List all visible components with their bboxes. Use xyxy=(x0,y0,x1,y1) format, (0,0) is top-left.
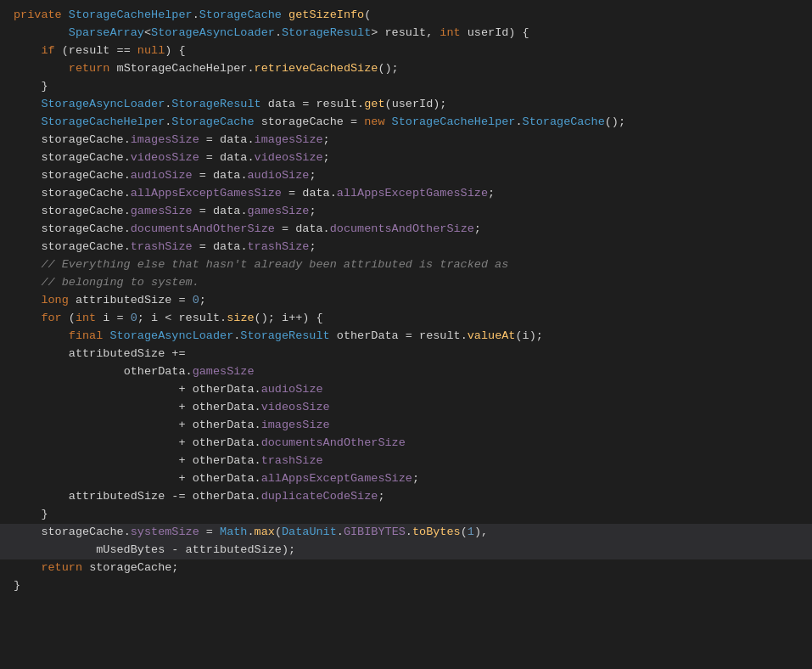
code-line: } xyxy=(0,506,812,524)
keyword: private xyxy=(14,7,69,25)
code-line: storageCache.trashSize = data.trashSize; xyxy=(0,239,812,256)
type: StorageCacheHelper xyxy=(69,7,193,25)
code-line: private StorageCacheHelper.StorageCache … xyxy=(0,7,812,25)
code-line: storageCache.gamesSize = data.gamesSize; xyxy=(0,203,812,221)
code-line: storageCache.videosSize = data.videosSiz… xyxy=(0,149,812,167)
code-line: return storageCache; xyxy=(0,559,812,577)
code-line: // Everything else that hasn't already b… xyxy=(0,256,812,274)
code-editor: private StorageCacheHelper.StorageCache … xyxy=(0,0,812,602)
code-line: + otherData.documentsAndOtherSize xyxy=(0,435,812,453)
code-line: attributedSize += xyxy=(0,346,812,363)
code-line: storageCache.allAppsExceptGamesSize = da… xyxy=(0,185,812,203)
code-line: + otherData.allAppsExceptGamesSize; xyxy=(0,470,812,488)
code-line: // belonging to system. xyxy=(0,274,812,292)
code-line: + otherData.trashSize xyxy=(0,453,812,470)
code-line: if (result == null) { xyxy=(0,42,812,60)
code-line: + otherData.videosSize xyxy=(0,399,812,417)
code-line: storageCache.imagesSize = data.imagesSiz… xyxy=(0,132,812,149)
code-line: storageCache.audioSize = data.audioSize; xyxy=(0,167,812,185)
code-line: } xyxy=(0,577,812,595)
code-line: long attributedSize = 0; xyxy=(0,292,812,310)
code-line: SparseArray<StorageAsyncLoader.StorageRe… xyxy=(0,25,812,42)
code-line: otherData.gamesSize xyxy=(0,363,812,381)
code-line: + otherData.imagesSize xyxy=(0,417,812,435)
code-line: attributedSize -= otherData.duplicateCod… xyxy=(0,488,812,506)
code-line: return mStorageCacheHelper.retrieveCache… xyxy=(0,60,812,78)
code-line: } xyxy=(0,78,812,96)
code-line: StorageCacheHelper.StorageCache storageC… xyxy=(0,114,812,132)
code-line: final StorageAsyncLoader.StorageResult o… xyxy=(0,328,812,346)
code-line: StorageAsyncLoader.StorageResult data = … xyxy=(0,96,812,114)
code-line: + otherData.audioSize xyxy=(0,381,812,399)
code-line-highlighted: mUsedBytes - attributedSize); xyxy=(0,542,812,559)
code-line: for (int i = 0; i < result.size(); i++) … xyxy=(0,310,812,328)
code-line-highlighted: storageCache.systemSize = Math.max(DataU… xyxy=(0,524,812,542)
code-line: storageCache.documentsAndOtherSize = dat… xyxy=(0,221,812,239)
